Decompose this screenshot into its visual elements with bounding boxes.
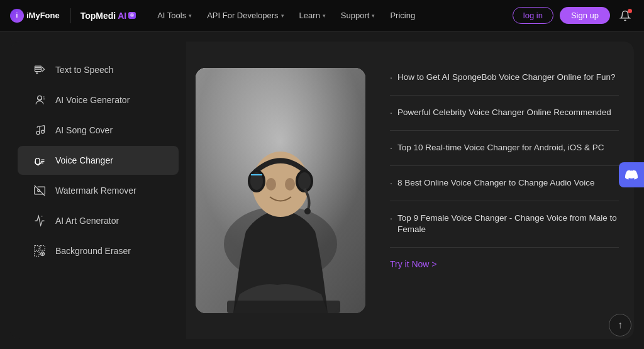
navbar: i iMyFone TopMedi AI ® AI Tools ▾ API Fo… <box>0 0 644 31</box>
sidebar-label-ai-voice-generator: AI Voice Generator <box>55 95 130 105</box>
support-chevron: ▾ <box>372 13 375 19</box>
sidebar-item-ai-voice-generator[interactable]: AI Voice Generator <box>18 86 179 114</box>
article-dot-1: · <box>390 72 392 82</box>
nav-items: AI Tools ▾ API For Developers ▾ Learn ▾ … <box>151 7 508 24</box>
scroll-to-top-button[interactable]: ↑ <box>609 314 631 336</box>
imyfone-icon: i <box>10 9 24 23</box>
topmediai-ai: AI <box>118 11 126 21</box>
article-dot-3: · <box>390 143 392 153</box>
imyfone-logo[interactable]: i iMyFone <box>10 9 60 23</box>
article-dot-5: · <box>390 213 392 223</box>
article-item-4[interactable]: · 8 Best Online Voice Changer to Change … <box>390 166 619 201</box>
learn-chevron: ▾ <box>323 13 326 19</box>
article-text-3: Top 10 Real-time Voice Changer for Andro… <box>397 142 604 154</box>
nav-pricing[interactable]: Pricing <box>384 7 421 24</box>
learn-label: Learn <box>299 11 320 20</box>
svg-point-32 <box>285 178 295 191</box>
nav-support[interactable]: Support ▾ <box>335 7 382 24</box>
svg-rect-39 <box>227 301 340 313</box>
svg-point-31 <box>266 178 276 191</box>
svg-line-12 <box>40 126 45 127</box>
signup-button[interactable]: Sign up <box>560 7 610 24</box>
imyfone-label: iMyFone <box>26 11 60 20</box>
svg-rect-22 <box>40 246 45 251</box>
article-text-1: How to Get AI SpongeBob Voice Changer On… <box>397 72 616 84</box>
article-text-4: 8 Best Online Voice Changer to Change Au… <box>397 177 595 189</box>
voice-changer-icon <box>33 153 47 167</box>
main-content: Text to Speech AI Voice Generator <box>10 42 634 339</box>
sidebar-label-voice-changer: Voice Changer <box>55 155 113 165</box>
topmediai-badge: ® <box>128 12 136 19</box>
background-eraser-icon <box>33 244 47 258</box>
articles-panel: · How to Get AI SpongeBob Voice Changer … <box>375 42 634 339</box>
article-dot-2: · <box>390 108 392 118</box>
sidebar-label-ai-art-generator: AI Art Generator <box>55 216 119 226</box>
support-label: Support <box>341 11 370 20</box>
sidebar-item-ai-art-generator[interactable]: * AI Art Generator <box>18 206 179 235</box>
nav-api-developers[interactable]: API For Developers ▾ <box>201 7 290 24</box>
sidebar-item-watermark-remover[interactable]: Watermark Remover <box>18 176 179 205</box>
sidebar-item-background-eraser[interactable]: Background Eraser <box>18 236 179 265</box>
article-item-3[interactable]: · Top 10 Real-time Voice Changer for And… <box>390 131 619 166</box>
nav-ai-tools[interactable]: AI Tools ▾ <box>151 7 198 24</box>
ai-song-cover-icon <box>33 123 47 137</box>
login-button[interactable]: log in <box>513 7 553 24</box>
notification-bell[interactable] <box>616 7 634 25</box>
svg-point-8 <box>36 131 40 135</box>
sidebar-item-ai-song-cover[interactable]: AI Song Cover <box>18 116 179 145</box>
sidebar-label-text-to-speech: Text to Speech <box>55 65 114 75</box>
article-text-5: Top 9 Female Voice Changer - Change Voic… <box>397 213 619 236</box>
api-developers-label: API For Developers <box>207 11 278 20</box>
svg-point-9 <box>42 130 45 133</box>
svg-text:*: * <box>42 215 43 219</box>
article-item-1[interactable]: · How to Get AI SpongeBob Voice Changer … <box>390 60 619 96</box>
topmediai-logo[interactable]: TopMedi AI ® <box>80 11 136 21</box>
svg-point-19 <box>38 189 40 191</box>
svg-point-37 <box>304 208 311 214</box>
watermark-remover-icon <box>33 184 47 197</box>
article-dot-4: · <box>390 178 392 188</box>
api-developers-chevron: ▾ <box>281 13 284 19</box>
ai-voice-generator-icon <box>33 93 47 107</box>
svg-rect-0 <box>35 66 42 71</box>
sidebar-item-voice-changer[interactable]: Voice Changer <box>18 146 179 175</box>
ai-art-generator-icon: * <box>33 214 47 228</box>
logo-divider <box>70 8 70 23</box>
nav-learn[interactable]: Learn ▾ <box>293 7 332 24</box>
sidebar-item-text-to-speech[interactable]: Text to Speech <box>18 55 179 84</box>
logo-group: i iMyFone TopMedi AI ® <box>10 8 136 23</box>
article-item-5[interactable]: · Top 9 Female Voice Changer - Change Vo… <box>390 201 619 248</box>
svg-rect-23 <box>35 252 40 257</box>
article-item-2[interactable]: · Powerful Celebrity Voice Changer Onlin… <box>390 96 619 131</box>
ai-tools-label: AI Tools <box>157 11 186 20</box>
svg-point-36 <box>298 172 311 190</box>
try-now-link[interactable]: Try it Now > <box>390 259 619 269</box>
sidebar-label-ai-song-cover: AI Song Cover <box>55 125 113 135</box>
nav-actions: log in Sign up <box>513 7 634 25</box>
text-to-speech-icon <box>33 63 47 77</box>
sidebar-label-watermark-remover: Watermark Remover <box>55 186 136 196</box>
notification-dot <box>628 9 632 13</box>
article-text-2: Powerful Celebrity Voice Changer Online … <box>397 107 611 119</box>
sidebar-label-background-eraser: Background Eraser <box>55 246 131 256</box>
sidebar: Text to Speech AI Voice Generator <box>10 42 186 339</box>
hero-image-area <box>186 42 375 339</box>
pricing-label: Pricing <box>390 11 415 20</box>
hero-image <box>196 68 365 313</box>
svg-rect-21 <box>35 246 40 251</box>
ai-tools-chevron: ▾ <box>189 13 192 19</box>
discord-button[interactable] <box>619 162 644 187</box>
topmediai-label: TopMedi <box>80 11 116 21</box>
